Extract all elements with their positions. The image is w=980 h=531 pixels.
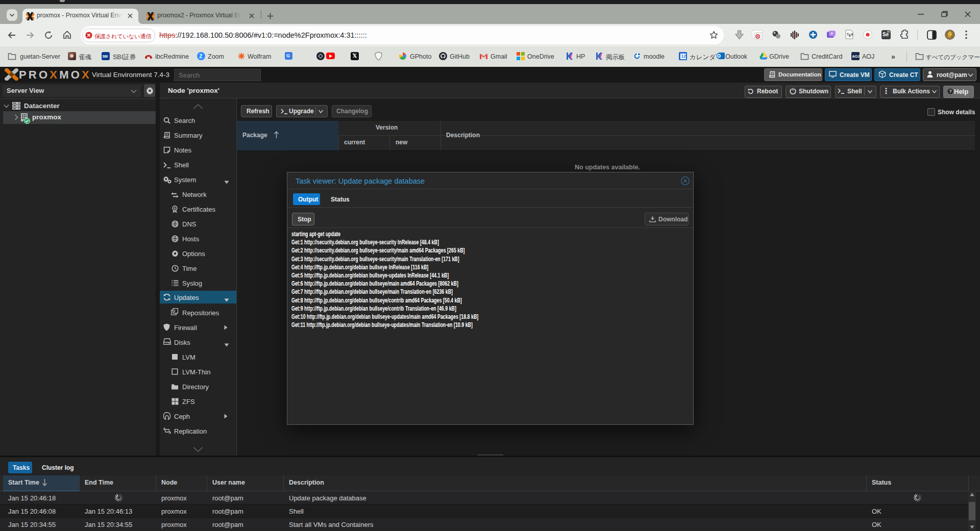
svg-text:?: ? [949,89,952,94]
